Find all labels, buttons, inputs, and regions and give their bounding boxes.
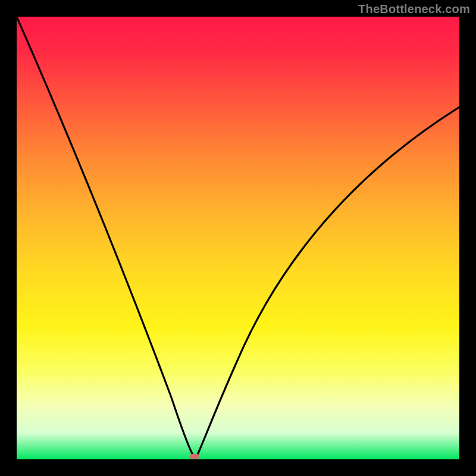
watermark-text: TheBottleneck.com <box>358 2 470 16</box>
bottleneck-curve <box>17 17 459 459</box>
minimum-marker-pill <box>190 454 199 459</box>
chart-frame: TheBottleneck.com <box>0 0 476 476</box>
curve-path <box>17 17 459 457</box>
gradient-background <box>17 17 459 459</box>
